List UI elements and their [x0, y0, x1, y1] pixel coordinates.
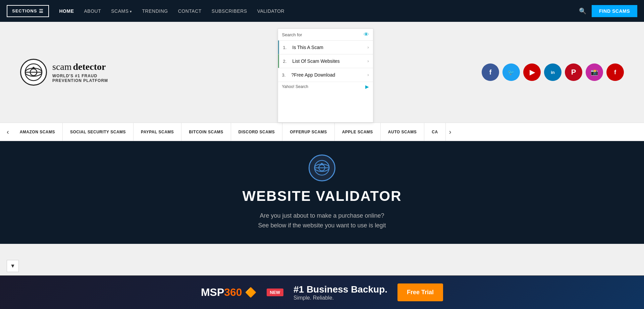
ad-footer: Yahoo! Search ▶	[278, 82, 373, 91]
pinterest-button[interactable]: P	[565, 63, 582, 81]
sections-label: SECTIONS	[12, 8, 37, 13]
ad-item-1[interactable]: 1. Is This A Scam ›	[278, 40, 373, 54]
cat-social-security[interactable]: SOCIAL SECURITY SCAMS	[63, 123, 133, 141]
logo-name-prefix: scam	[52, 61, 72, 72]
ad-header: Search for 👁	[278, 29, 373, 40]
cat-auto[interactable]: AUTO SCAMS	[381, 123, 424, 141]
nav-links: HOME ABOUT SCAMS TRENDING CONTACT SUBSCR…	[59, 8, 284, 14]
ad-item-3-num: 3.	[282, 73, 289, 78]
logo-text-group: scam detector WORLD'S #1 FRAUD PREVENTIO…	[52, 61, 108, 83]
nav-right: 🔍 FIND SCAMS	[579, 5, 637, 17]
ad-footer-label: Yahoo! Search	[282, 84, 309, 89]
hero-logo	[309, 154, 335, 181]
ad-item-3-arrow: ›	[368, 73, 369, 77]
main-area: scam detector WORLD'S #1 FRAUD PREVENTIO…	[0, 22, 644, 123]
tagline: WORLD'S #1 FRAUD PREVENTION PLATFORM	[52, 74, 108, 83]
linkedin-button[interactable]: in	[544, 63, 561, 81]
cat-offerup[interactable]: OFFERUP SCAMS	[282, 123, 334, 141]
ad-item-2-label: List Of Scam Websites	[292, 58, 365, 64]
categories-next[interactable]: ›	[446, 128, 455, 136]
facebook-button[interactable]: f	[482, 63, 499, 81]
nav-scams[interactable]: SCAMS	[111, 8, 132, 14]
cat-discord[interactable]: DISCORD SCAMS	[231, 123, 283, 141]
hero-sub-line2: See below if the website you want to use…	[258, 222, 386, 229]
nav-contact[interactable]: CONTACT	[178, 8, 202, 14]
cat-ca[interactable]: CA	[424, 123, 445, 141]
ad-item-1-num: 1.	[283, 45, 290, 50]
categories-prev[interactable]: ‹	[3, 128, 12, 136]
tagline-line1: WORLD'S #1 FRAUD	[52, 74, 108, 78]
sections-button[interactable]: SECTIONS ☰	[7, 5, 49, 17]
hero-subtitle: Are you just about to make a purchase on…	[258, 211, 386, 230]
ad-item-3[interactable]: 3. ?Free App Download ›	[278, 68, 373, 82]
svg-point-9	[321, 163, 323, 165]
twitter-button[interactable]: 🐦	[502, 63, 520, 81]
ad-item-1-label: Is This A Scam	[292, 45, 365, 50]
hero-section: WEBSITE VALIDATOR Are you just about to …	[0, 141, 644, 244]
logo-name-bold: detector	[73, 61, 106, 72]
hero-sub-line1: Are you just about to make a purchase on…	[260, 212, 384, 219]
nav-validator[interactable]: VALIDATOR	[257, 8, 285, 14]
navbar: SECTIONS ☰ HOME ABOUT SCAMS TRENDING CON…	[0, 0, 644, 22]
instagram-button[interactable]: 📸	[586, 63, 603, 81]
nav-home[interactable]: HOME	[59, 8, 74, 14]
logo-area: scam detector WORLD'S #1 FRAUD PREVENTIO…	[20, 59, 108, 86]
ad-item-1-arrow: ›	[368, 45, 369, 50]
left-panel: scam detector WORLD'S #1 FRAUD PREVENTIO…	[0, 22, 208, 123]
ad-item-3-label: ?Free App Download	[291, 72, 365, 78]
nav-about[interactable]: ABOUT	[84, 8, 101, 14]
search-for-label: Search for	[282, 32, 302, 37]
cat-amazon[interactable]: AMAZON SCAMS	[12, 123, 63, 141]
search-button[interactable]: 🔍	[579, 7, 586, 15]
ad-box: Search for 👁 1. Is This A Scam › 2. List…	[278, 29, 373, 123]
eye-icon: 👁	[364, 32, 369, 38]
tagline-line2: PREVENTION PLATFORM	[52, 78, 108, 83]
cat-paypal[interactable]: PAYPAL SCAMS	[133, 123, 181, 141]
hamburger-icon: ☰	[39, 8, 44, 14]
nav-trending[interactable]: TRENDING	[142, 8, 168, 14]
flipboard-button[interactable]: f	[606, 63, 624, 81]
find-scams-button[interactable]: FIND SCAMS	[592, 5, 637, 17]
svg-point-4	[33, 67, 35, 69]
hero-title: WEBSITE VALIDATOR	[243, 188, 402, 204]
ad-item-2[interactable]: 2. List Of Scam Websites ›	[278, 54, 373, 68]
center-panel: Search for 👁 1. Is This A Scam › 2. List…	[208, 22, 443, 123]
logo-icon	[20, 59, 47, 86]
ad-item-2-num: 2.	[283, 59, 290, 64]
nav-subscribers[interactable]: SUBSCRIBERS	[212, 8, 247, 14]
ad-footer-icon: ▶	[365, 84, 369, 89]
cat-bitcoin[interactable]: BITCOIN SCAMS	[181, 123, 231, 141]
ad-item-2-arrow: ›	[368, 59, 369, 63]
right-panel: f 🐦 ▶ in P 📸 f	[443, 22, 644, 123]
categories-bar: ‹ AMAZON SCAMS SOCIAL SECURITY SCAMS PAY…	[0, 123, 644, 141]
cat-apple[interactable]: APPLE SCAMS	[335, 123, 381, 141]
youtube-button[interactable]: ▶	[523, 63, 541, 81]
